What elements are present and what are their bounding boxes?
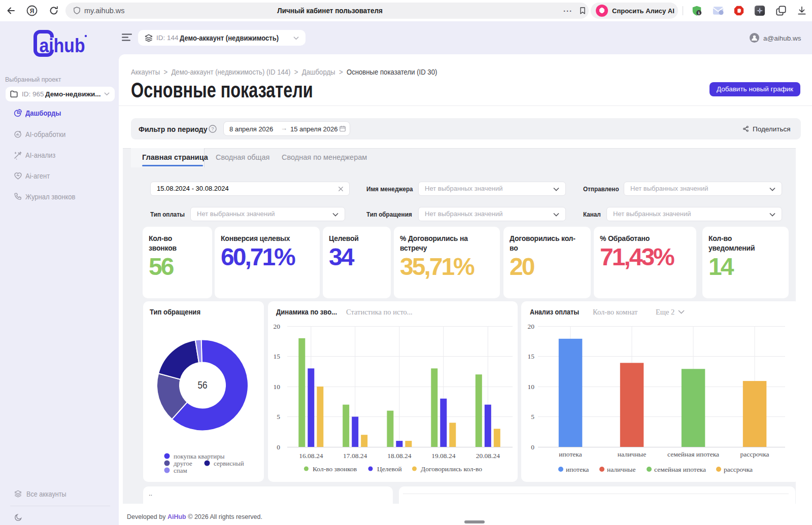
svg-text:рассрочка: рассрочка <box>724 466 753 473</box>
svg-text:Кол-во комнат: Кол-во комнат <box>593 308 638 316</box>
svg-text:Статистика по исто...: Статистика по исто... <box>346 308 413 316</box>
svg-text:0: 0 <box>531 443 534 451</box>
svg-text:Договорились кол-во: Договорились кол-во <box>421 465 482 473</box>
svg-text:покупка квартиры: покупка квартиры <box>174 452 225 460</box>
svg-text:наличные: наличные <box>618 450 646 458</box>
svg-text:Целевой: Целевой <box>377 465 402 473</box>
svg-text:Анализ оплаты: Анализ оплаты <box>530 308 579 316</box>
svg-text:10: 10 <box>528 383 535 391</box>
svg-text:20: 20 <box>274 323 281 330</box>
svg-text:семейная ипотека: семейная ипотека <box>667 450 719 458</box>
svg-text:18.08.24: 18.08.24 <box>387 452 412 460</box>
svg-text:ипотека: ипотека <box>559 450 582 458</box>
svg-text:15: 15 <box>528 353 535 360</box>
svg-text:5: 5 <box>277 413 280 421</box>
svg-text:19.08.24: 19.08.24 <box>431 452 456 460</box>
svg-text:Динамика по зво...: Динамика по зво... <box>276 308 337 316</box>
svg-text:Кол-во звонков: Кол-во звонков <box>313 465 357 473</box>
svg-text:10: 10 <box>274 383 281 391</box>
svg-text:15: 15 <box>274 353 281 360</box>
svg-text:ипотека: ипотека <box>566 466 589 473</box>
svg-text:17.08.24: 17.08.24 <box>343 452 367 460</box>
svg-text:0: 0 <box>277 443 280 451</box>
svg-text:20.08.24: 20.08.24 <box>476 452 500 460</box>
svg-text:56: 56 <box>198 379 208 391</box>
svg-text:16.08.24: 16.08.24 <box>299 452 323 460</box>
svg-text:спам: спам <box>174 467 187 474</box>
svg-text:сервисный: сервисный <box>214 460 244 467</box>
svg-text:Еще 2: Еще 2 <box>656 308 674 316</box>
svg-text:рассрочка: рассрочка <box>740 450 769 458</box>
svg-text:семейная ипотека: семейная ипотека <box>654 466 706 473</box>
svg-text:20: 20 <box>528 323 535 330</box>
svg-text:другое: другое <box>174 460 192 467</box>
svg-text:5: 5 <box>531 413 534 421</box>
svg-text:наличные: наличные <box>607 466 635 473</box>
svg-text:Тип обращения: Тип обращения <box>150 308 200 316</box>
